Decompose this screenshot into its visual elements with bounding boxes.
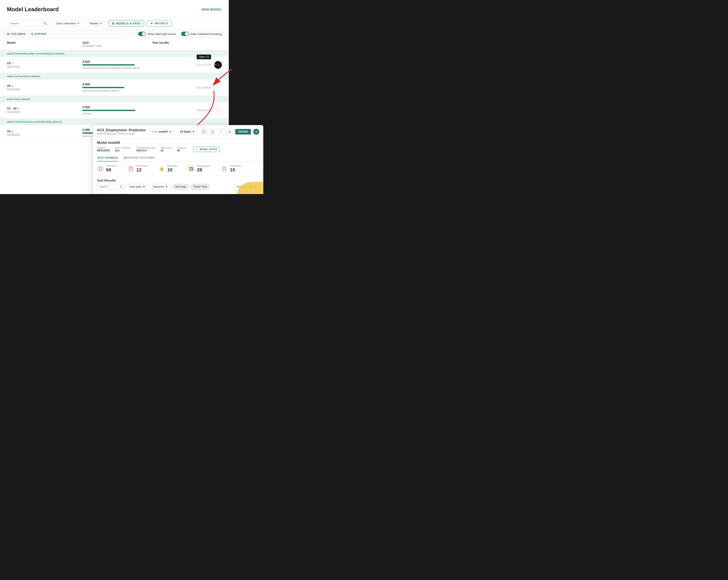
auc-bar <box>82 87 124 88</box>
search-icon: 🔍 <box>43 22 47 25</box>
test-results-header: Test Results <box>93 176 263 184</box>
auc-bar <box>82 64 135 65</box>
total-tests-icon: 📋 <box>97 165 104 172</box>
avatar: A <box>253 129 259 135</box>
chevron-down-icon: ▼ <box>100 22 102 25</box>
search-box: 🔍 <box>7 20 50 27</box>
auc-cell: 0.926 adult-ba... <box>82 105 152 115</box>
auc-cell: 0.925 adult-fixedrelationship-nomaritals… <box>82 60 152 70</box>
split-select[interactable]: All Splits ▼ <box>177 129 197 135</box>
tooltip-open-v3: Open V3 <box>197 55 211 59</box>
chevron-down-icon: ▼ <box>165 185 168 188</box>
model-notes-button[interactable]: 📄 MODEL NOTES <box>193 147 219 152</box>
stat-undefined: 📋 Undefined 10 <box>221 165 246 173</box>
data-splits-filter[interactable]: Data splits ▼ <box>127 184 148 190</box>
col-test-results: Test results <box>152 41 222 48</box>
stat-total-tests: 📋 Total tests 60 <box>97 165 122 173</box>
share-button[interactable]: SHARE <box>235 129 251 135</box>
show-split-toggle[interactable] <box>138 32 146 36</box>
info-icon: ℹ <box>12 130 13 133</box>
help-icon-button[interactable]: ? <box>218 129 225 135</box>
segments-filter[interactable]: Segments ▼ <box>150 184 171 190</box>
metrics-icon: ≋ <box>151 22 153 25</box>
model-info-cell: V3 ℹ 08/18/2020 <box>7 61 82 68</box>
panel-header: ACS_Employment_Prediction Model Diagnost… <box>93 125 263 138</box>
panel-subtitle: Model Diagnostics / Model summary <box>97 132 146 135</box>
auc-cell: 0.906 adult-oversampled-dataset-split-al… <box>82 83 152 92</box>
copy-icon-button[interactable]: 📋 <box>209 129 216 135</box>
show-split-toggle-group: Show data split names <box>138 32 176 36</box>
page-title: Model Leaderboard <box>7 6 59 13</box>
chevron-down-icon: ▼ <box>169 130 172 133</box>
chevron-down-icon: ▼ <box>77 22 80 25</box>
info-icon: ℹ <box>18 107 19 110</box>
warnings-filter[interactable]: Warnings <box>173 184 189 190</box>
test-search-box: 🔍 <box>97 184 125 190</box>
undefined-icon: 📋 <box>221 165 228 172</box>
table-row[interactable]: V5 ℹ 08/18/2020 0.906 adult-oversampled-… <box>0 80 229 95</box>
dataset-row: adult-fixedrelationship-nomaritalstatus-… <box>0 50 229 57</box>
model-info-cell: V1 - all ℹ 08/18/2020 <box>7 107 82 114</box>
columns-icon: ⊞ <box>7 32 9 35</box>
total-failed-icon: 📋 <box>127 165 134 172</box>
metrics-tab[interactable]: ≋ METRICS <box>147 20 172 27</box>
test-results-toolbar: 🔍 Data splits ▼ Segments ▼ Warnings Fail… <box>93 184 263 192</box>
model-select[interactable]: Model model5 ▼ <box>149 129 174 135</box>
test-search-input[interactable] <box>99 185 118 188</box>
data-collections-dropdown[interactable]: Data collections ▼ <box>53 20 83 27</box>
models-data-icon: ⊞ <box>112 22 114 25</box>
col-model: Model <box>7 41 82 48</box>
model-summary-panel: ACS_Employment_Prediction Model Diagnost… <box>93 125 263 194</box>
models-data-tab[interactable]: ⊞ MODELS & DATA <box>108 20 145 27</box>
table-row[interactable]: V1 - all ℹ 08/18/2020 0.926 adult-ba... … <box>0 103 229 118</box>
info-icon: ℹ <box>12 85 13 87</box>
warnings-icon: ⚠️ <box>158 165 165 172</box>
perf-tests-toggle[interactable]: ▾ Performance tests (15) <box>97 192 259 194</box>
tab-test-harness[interactable]: TEST HARNESS <box>97 155 118 162</box>
data-collection-grouping-toggle[interactable] <box>181 32 189 36</box>
test-result-cell: Not Defined → <box>152 84 222 91</box>
chevron-down-icon: ▼ <box>143 185 145 188</box>
model-info-cell: V5 ℹ 08/18/2020 <box>7 84 82 91</box>
stat-warnings: ⚠️ Warnings 10 <box>158 165 183 173</box>
failed-tests-filter[interactable]: Failed Tests <box>190 184 210 190</box>
info-icon: ℹ <box>12 62 13 65</box>
annotation: Click arrow to open Model Summary <box>192 62 227 70</box>
auc-bar <box>82 110 135 111</box>
stat-total-failed: 📋 Total failed 12 <box>127 165 153 173</box>
new-model-button[interactable]: NEW MODEL <box>202 8 222 11</box>
chevron-down-icon: ▼ <box>192 130 195 133</box>
dataset-row: adult-nomaritalstatus-norelationship-dat… <box>0 118 229 125</box>
open-model-button[interactable]: → <box>214 106 222 114</box>
test-result-cell: Not Defined → <box>152 106 222 114</box>
panel-tabs: TEST HARNESS IMPORTANT FEATURES <box>93 155 263 162</box>
col-auc: AUC (Evaluation split) <box>82 41 152 48</box>
chevron-down-icon: ▾ <box>97 193 98 194</box>
panel-meta: Created 09/21/2022 Data Collection dc1 T… <box>93 146 263 155</box>
search-input[interactable] <box>10 22 42 25</box>
export-icon: ⬇ <box>31 32 33 35</box>
dataset-row: adult-base-dataset <box>0 96 229 103</box>
model-info-cell: V4 ℹ 08/18/2020 <box>7 130 82 137</box>
chat-icon-button[interactable]: 💬 <box>201 129 207 135</box>
dataset-row: adult-oversampled-dataset <box>0 73 229 80</box>
total-passed-icon: ✅ <box>188 165 195 172</box>
stat-total-passed: ✅ Total passed 28 <box>188 165 216 173</box>
settings-icon-button[interactable]: ⚙ <box>227 129 233 135</box>
table-header: Model AUC (Evaluation split) Test result… <box>0 38 229 50</box>
notes-icon: 📄 <box>196 148 199 151</box>
data-collection-grouping-toggle-group: Data Collection Grouping <box>181 32 222 36</box>
tab-important-features[interactable]: IMPORTANT FEATURES <box>123 155 155 162</box>
columns-button[interactable]: ⊞ COLUMNS <box>7 32 26 35</box>
panel-title: ACS_Employment_Prediction <box>97 128 146 132</box>
stats-row: 📋 Total tests 60 📋 Total failed 12 ⚠️ <box>93 162 263 176</box>
panel-model-title: Model model5 <box>93 138 263 146</box>
export-button[interactable]: ⬇ EXPORT <box>31 32 47 35</box>
models-dropdown[interactable]: Models ▼ <box>86 20 106 27</box>
open-model-button[interactable]: → <box>214 84 222 91</box>
search-icon: 🔍 <box>119 185 123 188</box>
